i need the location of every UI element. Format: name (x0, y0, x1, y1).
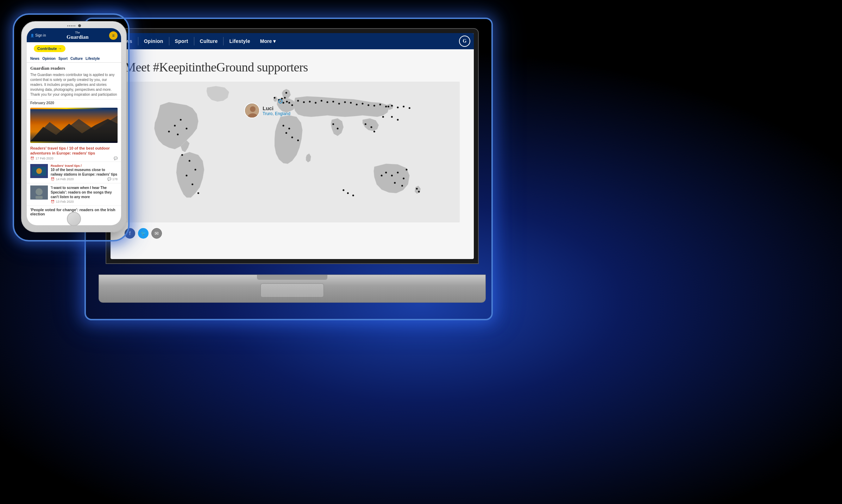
social-share-bar: f 🐦 ✉ (125, 222, 460, 244)
laptop-screen-frame: News Opinion Sport Culture (106, 28, 479, 264)
svg-point-41 (362, 103, 364, 105)
svg-point-27 (291, 104, 293, 106)
guardian-laptop-content: News Opinion Sport Culture (111, 33, 474, 259)
svg-point-28 (274, 97, 276, 99)
laptop-screen: News Opinion Sport Culture (111, 33, 474, 259)
svg-point-18 (186, 175, 188, 176)
phone-nav-lifestyle[interactable]: Lifestyle (86, 57, 100, 61)
phone-date-label: February 2020 (27, 99, 121, 106)
laptop-nav: News Opinion Sport Culture (111, 33, 474, 49)
phone-article-3-meta: ⏰ 13 Feb 2020 (51, 200, 118, 203)
svg-point-24 (286, 101, 288, 102)
page-title: Meet #KeepitintheGround supporters (125, 60, 460, 75)
svg-point-67 (403, 178, 404, 179)
svg-point-22 (281, 98, 283, 100)
phone-logo: The Guardian (67, 31, 89, 40)
map-tooltip-info: Luci Truro, England (263, 105, 290, 116)
svg-point-19 (197, 192, 199, 194)
svg-point-61 (388, 106, 389, 107)
laptop-nav-sport[interactable]: Sport (170, 33, 193, 49)
svg-point-74 (343, 189, 344, 191)
svg-point-35 (327, 101, 328, 103)
svg-point-58 (371, 126, 372, 128)
svg-point-46 (391, 105, 393, 107)
laptop-device: News Opinion Sport Culture (99, 28, 486, 303)
laptop-hinge (257, 275, 327, 280)
svg-point-38 (344, 101, 346, 103)
svg-point-12 (186, 128, 188, 130)
svg-point-72 (416, 188, 418, 190)
phone-article-3-row[interactable]: 'I want to scream when I hear The Specia… (27, 183, 121, 206)
svg-point-30 (297, 100, 299, 102)
phone-camera (78, 24, 81, 27)
phone-article-2-thumb (30, 164, 48, 178)
laptop-nav-opinion[interactable]: Opinion (139, 33, 168, 49)
svg-rect-0 (30, 109, 118, 141)
phone-article-2-text: Readers' travel tips / 10 of the best mu… (51, 164, 118, 181)
svg-point-56 (337, 128, 339, 130)
svg-point-62 (391, 116, 393, 118)
svg-point-55 (332, 123, 334, 125)
email-share-button[interactable]: ✉ (151, 228, 162, 239)
twitter-share-button[interactable]: 🐦 (138, 228, 149, 239)
phone-screen: 👤 Sign in The Guardian ≡ Contribute → Ne… (27, 28, 121, 225)
svg-point-51 (288, 128, 290, 130)
svg-point-37 (338, 103, 340, 105)
phone-article-3-thumb (30, 185, 48, 200)
svg-point-50 (283, 125, 284, 127)
svg-point-47 (397, 107, 399, 108)
phone-contribute-button[interactable]: Contribute → (34, 45, 65, 52)
svg-point-75 (347, 192, 349, 194)
world-map: Luci Truro, England (125, 82, 460, 222)
phone-nav-culture[interactable]: Culture (70, 57, 83, 61)
svg-point-54 (297, 139, 299, 141)
svg-point-66 (397, 172, 399, 174)
phone-nav-sport[interactable]: Sport (58, 57, 68, 61)
svg-point-71 (406, 169, 408, 171)
svg-point-48 (403, 106, 404, 107)
phone-header: 👤 Sign in The Guardian ≡ (27, 28, 121, 42)
nav-separator-3 (194, 37, 194, 45)
svg-point-11 (180, 119, 182, 121)
svg-point-76 (352, 195, 354, 196)
svg-point-49 (409, 107, 410, 109)
svg-point-39 (350, 102, 352, 104)
map-tooltip-avatar (244, 103, 260, 118)
svg-point-64 (385, 172, 387, 174)
phone-sign-in[interactable]: 👤 Sign in (30, 33, 46, 37)
phone-home-button[interactable] (67, 212, 81, 226)
svg-point-52 (285, 132, 287, 134)
phone-nav-news[interactable]: News (30, 57, 39, 61)
svg-point-57 (365, 123, 366, 125)
svg-point-65 (391, 175, 393, 176)
svg-point-14 (177, 134, 179, 136)
nav-separator-2 (169, 37, 169, 45)
svg-point-13 (168, 131, 170, 132)
svg-point-42 (367, 104, 369, 106)
phone-section-desc: The Guardian readers contributor tag is … (27, 73, 121, 99)
svg-point-70 (381, 175, 383, 176)
nav-separator-1 (138, 37, 138, 45)
map-tooltip: Luci Truro, England (244, 103, 290, 118)
laptop-nav-culture[interactable]: Culture (195, 33, 223, 49)
phone-menu-icon[interactable]: ≡ (109, 31, 118, 40)
svg-marker-1 (30, 115, 118, 141)
phone-feature-image (30, 108, 118, 143)
svg-point-78 (279, 100, 282, 103)
svg-point-29 (285, 92, 287, 94)
laptop-nav-lifestyle[interactable]: Lifestyle (224, 33, 255, 49)
phone-nav-opinion[interactable]: Opinion (42, 57, 56, 61)
phone-feature-title[interactable]: Readers' travel tips / 10 of the best ou… (27, 144, 121, 157)
svg-point-68 (394, 182, 396, 184)
laptop-base (99, 275, 486, 303)
svg-point-60 (382, 116, 384, 118)
laptop-main-content: Meet #KeepitintheGround supporters (111, 49, 474, 251)
svg-point-15 (189, 160, 190, 162)
svg-point-63 (397, 119, 399, 121)
phone-article-2-row[interactable]: Readers' travel tips / 10 of the best mu… (27, 162, 121, 183)
phone-frame: 👤 Sign in The Guardian ≡ Contribute → Ne… (21, 21, 127, 232)
laptop-nav-more[interactable]: More ▾ (256, 33, 280, 49)
svg-point-53 (291, 137, 293, 138)
svg-point-5 (36, 168, 42, 174)
svg-point-45 (385, 106, 387, 107)
